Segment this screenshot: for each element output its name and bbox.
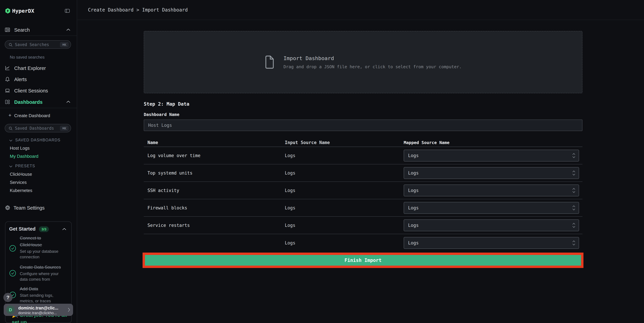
plus-icon: + bbox=[8, 112, 12, 118]
sidebar-item-team-settings[interactable]: Team Settings bbox=[14, 205, 45, 211]
help-button[interactable]: ? bbox=[4, 293, 12, 302]
sidebar-item-alerts[interactable]: Alerts bbox=[14, 77, 27, 82]
table-row: Top systemd units Logs Logs bbox=[144, 164, 582, 182]
user-email: dominic.tran@clickho... bbox=[18, 311, 57, 315]
chevron-up-icon[interactable] bbox=[62, 228, 66, 230]
import-dropzone[interactable]: Import Dashboard Drag and drop a JSON fi… bbox=[144, 31, 582, 93]
setup-success-text: set up bbox=[12, 319, 27, 323]
breadcrumb-separator: > bbox=[136, 7, 139, 13]
table-row: SSH activity Logs Logs bbox=[144, 182, 582, 199]
saved-dashboards-placeholder: Saved Dashboards bbox=[15, 126, 54, 131]
dropzone-title: Import Dashboard bbox=[284, 55, 462, 61]
sidebar-item-services[interactable]: Services bbox=[10, 180, 27, 185]
dashboard-name-input[interactable]: Host Logs bbox=[144, 120, 582, 131]
hyperdx-logo-icon bbox=[5, 8, 11, 14]
app-logo-text: HyperDX bbox=[12, 8, 34, 14]
chevron-up-icon[interactable] bbox=[66, 101, 70, 103]
input-source-cell: Logs bbox=[285, 153, 404, 158]
search-icon bbox=[8, 126, 13, 131]
alerts-bell-icon bbox=[5, 77, 10, 82]
tile-name-cell: Log volume over time bbox=[144, 153, 285, 158]
input-source-cell: Logs bbox=[285, 223, 404, 228]
chart-explorer-icon bbox=[5, 65, 10, 71]
finish-import-button[interactable]: Finish Import bbox=[145, 255, 581, 266]
chevron-right-icon bbox=[68, 307, 70, 312]
search-icon bbox=[8, 43, 13, 47]
annotation-highlight-box: Finish Import bbox=[142, 253, 584, 268]
mapped-source-value: Logs bbox=[404, 170, 419, 176]
select-updown-icon bbox=[572, 170, 579, 176]
get-started-item-title: Create Data Sources bbox=[20, 264, 62, 270]
saved-dashboards-section-header[interactable]: SAVED DASHBOARDS bbox=[15, 138, 60, 142]
select-updown-icon bbox=[572, 205, 579, 211]
sidebar-collapse-icon[interactable] bbox=[64, 8, 70, 14]
get-started-item-subtitle: Configure where your data comes from bbox=[20, 271, 62, 282]
select-updown-icon bbox=[572, 240, 579, 246]
saved-searches-input[interactable]: Saved Searches ⌘K bbox=[5, 40, 71, 49]
mapped-source-value: Logs bbox=[404, 240, 419, 245]
tile-name-cell: Top systemd units bbox=[144, 170, 285, 176]
avatar: D bbox=[6, 305, 15, 314]
table-row: Firewall blocks Logs Logs bbox=[144, 199, 582, 217]
gear-icon bbox=[5, 205, 10, 211]
mapped-source-select[interactable]: Logs bbox=[404, 237, 579, 249]
tile-name-cell: Firewall blocks bbox=[144, 205, 285, 210]
table-row: Log volume over time Logs Logs bbox=[144, 147, 582, 164]
table-row: Logs Logs bbox=[144, 234, 582, 251]
dashboard-name-value: Host Logs bbox=[148, 120, 172, 131]
chevron-down-icon[interactable] bbox=[9, 140, 12, 142]
sidebar-item-host-logs[interactable]: Host Logs bbox=[10, 146, 30, 151]
get-started-progress-badge: 3/3 bbox=[39, 226, 49, 232]
column-header-input-source: Input Source Name bbox=[285, 140, 404, 145]
divider bbox=[0, 108, 77, 108]
user-display-name: dominic.tran@clic... bbox=[18, 305, 58, 310]
mapped-source-select[interactable]: Logs bbox=[404, 202, 579, 214]
table-row: Service restarts Logs Logs bbox=[144, 217, 582, 234]
step-title: Step 2: Map Data bbox=[144, 101, 190, 107]
check-circle-icon bbox=[9, 245, 16, 252]
create-dashboard-button[interactable]: Create Dashboard bbox=[14, 113, 50, 118]
tile-name-cell: SSH activity bbox=[144, 188, 285, 193]
select-updown-icon bbox=[572, 153, 579, 159]
get-started-title: Get Started bbox=[9, 226, 36, 232]
presets-section-header[interactable]: PRESETS bbox=[15, 164, 35, 168]
mapping-table: Name Input Source Name Mapped Source Nam… bbox=[144, 138, 582, 251]
mapped-source-select[interactable]: Logs bbox=[404, 219, 579, 231]
sidebar-item-clickhouse[interactable]: ClickHouse bbox=[10, 172, 32, 177]
mapped-source-value: Logs bbox=[404, 188, 419, 193]
saved-dashboards-input[interactable]: Saved Dashboards ⌘K bbox=[5, 124, 71, 132]
get-started-item-subtitle: Start sending logs, metrics, or traces bbox=[20, 292, 62, 304]
select-updown-icon bbox=[572, 222, 579, 228]
file-icon bbox=[264, 55, 275, 69]
sidebar-item-kubernetes[interactable]: Kubernetes bbox=[10, 188, 32, 193]
mapped-source-value: Logs bbox=[404, 223, 419, 228]
top-header: Create Dashboard > Import Dashboard bbox=[78, 0, 644, 20]
saved-searches-placeholder: Saved Searches bbox=[15, 42, 49, 47]
client-sessions-laptop-icon bbox=[5, 88, 10, 93]
input-source-cell: Logs bbox=[285, 188, 404, 193]
select-updown-icon bbox=[572, 187, 579, 193]
mapped-source-value: Logs bbox=[404, 205, 419, 210]
sidebar-item-chart-explorer[interactable]: Chart Explorer bbox=[14, 66, 46, 71]
column-header-mapped-source: Mapped Source Name bbox=[404, 140, 582, 145]
user-account-chip[interactable]: D dominic.tran@clic... dominic.tran@clic… bbox=[4, 304, 73, 316]
sidebar-item-dashboards[interactable]: Dashboards bbox=[14, 99, 42, 105]
chevron-up-icon[interactable] bbox=[66, 29, 70, 31]
sidebar-item-search[interactable]: Search bbox=[14, 27, 30, 33]
sidebar-item-my-dashboard[interactable]: My Dashboard bbox=[10, 154, 38, 159]
check-circle-icon bbox=[9, 270, 16, 277]
search-nav-icon bbox=[5, 27, 10, 33]
mapped-source-select[interactable]: Logs bbox=[404, 185, 579, 196]
mapped-source-select[interactable]: Logs bbox=[404, 167, 579, 179]
chevron-down-icon[interactable] bbox=[9, 165, 12, 167]
tile-name-cell: Service restarts bbox=[144, 223, 285, 228]
divider bbox=[0, 36, 77, 36]
mapped-source-select[interactable]: Logs bbox=[404, 150, 579, 162]
breadcrumb-create-dashboard[interactable]: Create Dashboard bbox=[88, 7, 134, 13]
sidebar: HyperDX Search Saved Searches ⌘K No save… bbox=[0, 0, 77, 323]
sidebar-item-client-sessions[interactable]: Client Sessions bbox=[14, 88, 48, 94]
dashboard-name-label: Dashboard Name bbox=[144, 112, 180, 117]
mapped-source-value: Logs bbox=[404, 153, 419, 158]
shortcut-badge: ⌘K bbox=[60, 126, 69, 131]
input-source-cell: Logs bbox=[285, 205, 404, 210]
